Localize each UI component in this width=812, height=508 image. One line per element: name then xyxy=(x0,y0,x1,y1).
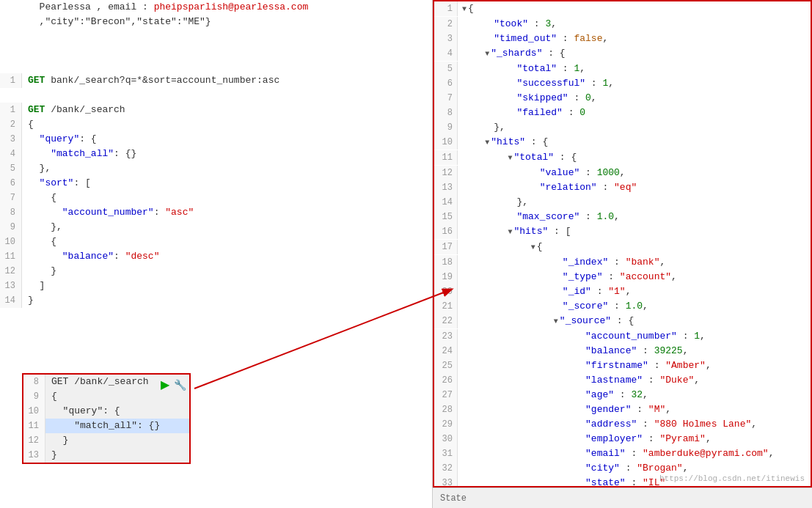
highlight-box: 8GET /bank/_search9{10 "query": {11 "mat… xyxy=(22,373,191,464)
highlight-line: 12 } xyxy=(23,433,189,448)
line: ,"city":"Brecon","state":"ME"} xyxy=(0,15,432,29)
watermark: https://blog.csdn.net/itinewis xyxy=(659,474,805,483)
line xyxy=(0,29,432,44)
line: 13 ] xyxy=(0,279,432,293)
json-line: 18 "_index" : "bank", xyxy=(434,255,811,270)
collapse-arrow[interactable]: ▼ xyxy=(462,5,467,13)
highlight-toolbar: ▶🔧 xyxy=(161,378,186,391)
json-line: 12 "value" : 1000, xyxy=(434,166,811,180)
json-line: 30 "employer" : "Pyrami", xyxy=(434,432,811,446)
line xyxy=(0,59,432,73)
json-line: 9 }, xyxy=(434,120,811,135)
json-line: 5 "total" : 1, xyxy=(434,62,811,76)
json-line: 4 ▼"_shards" : { xyxy=(434,46,811,62)
json-line: 19 "_type" : "account", xyxy=(434,270,811,284)
line xyxy=(0,88,432,103)
highlight-line: 9{ xyxy=(23,389,189,404)
line: 4 "match_all": {} xyxy=(0,147,432,161)
line: 10 { xyxy=(0,235,432,249)
json-line: 7 "skipped" : 0, xyxy=(434,91,811,106)
line: 2{ xyxy=(0,117,432,132)
line: 12 } xyxy=(0,264,432,279)
line: 1GET /bank/_search xyxy=(0,103,432,117)
highlight-line: 10 "query": { xyxy=(23,404,189,419)
line: 7 { xyxy=(0,191,432,205)
json-line: 31 "email" : "amberduke@pyrami.com", xyxy=(434,446,811,461)
json-line: 17 ▼{ xyxy=(434,240,811,255)
line: Pearlessa , email : pheipsparlish@pearle… xyxy=(0,0,432,15)
json-line: 2 "took" : 3, xyxy=(434,17,811,32)
json-line: 24 "balance" : 39225, xyxy=(434,344,811,358)
json-output: 1▼{2 "took" : 3,3 "timed_out" : false,4 … xyxy=(434,1,811,486)
code-display: Pearlessa , email : pheipsparlish@pearle… xyxy=(0,0,432,508)
collapse-arrow[interactable]: ▼ xyxy=(554,317,558,325)
left-panel: Pearlessa , email : pheipsparlish@pearle… xyxy=(0,0,433,508)
json-line: 13 "relation" : "eq" xyxy=(434,180,811,195)
json-line: 32 "city" : "Brogan", xyxy=(434,461,811,476)
collapse-arrow[interactable]: ▼ xyxy=(485,50,489,58)
line: 3 "query": { xyxy=(0,132,432,147)
play-button[interactable]: ▶ xyxy=(161,378,169,391)
line: 14} xyxy=(0,293,432,308)
line: 6 "sort": [ xyxy=(0,176,432,191)
json-line: 11 ▼"total" : { xyxy=(434,150,811,166)
json-line: 16 ▼"hits" : [ xyxy=(434,224,811,240)
json-line: 25 "firstname" : "Amber", xyxy=(434,358,811,373)
json-line: 28 "gender" : "M", xyxy=(434,402,811,417)
collapse-arrow[interactable]: ▼ xyxy=(531,243,535,251)
collapse-arrow[interactable]: ▼ xyxy=(508,154,512,162)
wrench-button[interactable]: 🔧 xyxy=(174,379,186,391)
json-line: 21 "_score" : 1.0, xyxy=(434,299,811,314)
line: 8 "account_number": "asc" xyxy=(0,205,432,220)
line: 9 }, xyxy=(0,220,432,235)
line: 11 "balance": "desc" xyxy=(0,249,432,264)
json-line: 26 "lastname" : "Duke", xyxy=(434,373,811,388)
json-line: 27 "age" : 32, xyxy=(434,388,811,402)
json-line: 6 "successful" : 1, xyxy=(434,76,811,91)
collapse-arrow[interactable]: ▼ xyxy=(485,139,489,147)
json-line: 3 "timed_out" : false, xyxy=(434,32,811,46)
state-label: State xyxy=(440,493,467,504)
json-line: 20 "_id" : "1", xyxy=(434,284,811,299)
highlight-line: 13} xyxy=(23,448,189,463)
right-code-area: 1▼{2 "took" : 3,3 "timed_out" : false,4 … xyxy=(433,0,812,487)
line xyxy=(0,44,432,59)
json-line: 10 ▼"hits" : { xyxy=(434,135,811,150)
line: 1GET bank/_search?q=*&sort=account_numbe… xyxy=(0,73,432,88)
json-line: 14 }, xyxy=(434,195,811,210)
line: 5 }, xyxy=(0,161,432,176)
json-line: 29 "address" : "880 Holmes Lane", xyxy=(434,417,811,432)
json-line: 22 ▼"_source" : { xyxy=(434,314,811,329)
left-code-area: Pearlessa , email : pheipsparlish@pearle… xyxy=(0,0,432,508)
json-line: 15 "max_score" : 1.0, xyxy=(434,210,811,224)
status-bar: State xyxy=(433,487,812,508)
collapse-arrow[interactable]: ▼ xyxy=(508,228,512,236)
right-panel: 1▼{2 "took" : 3,3 "timed_out" : false,4 … xyxy=(433,0,812,508)
highlight-line: 11 "match_all": {} xyxy=(23,419,189,433)
json-line: 23 "account_number" : 1, xyxy=(434,329,811,344)
json-line: 8 "failed" : 0 xyxy=(434,106,811,120)
json-line: 1▼{ xyxy=(434,1,811,17)
